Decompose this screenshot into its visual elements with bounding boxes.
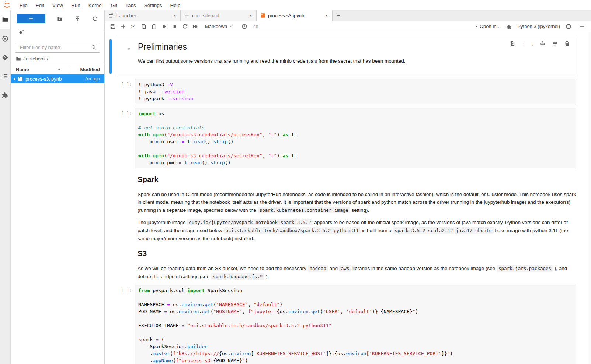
save-button[interactable] xyxy=(108,22,118,31)
inline-code: aws xyxy=(339,265,351,272)
insert-cell-above-button[interactable] xyxy=(540,41,546,46)
close-tab-icon[interactable]: × xyxy=(324,13,329,19)
git-icon xyxy=(2,54,8,61)
code-cell[interactable]: [ ]:from pyspark.sql import SparkSession… xyxy=(135,285,576,364)
upload-files-button[interactable] xyxy=(74,15,81,22)
markdown-cell-selected[interactable]: PreliminariesWe can first output some ve… xyxy=(117,38,576,75)
code-editor[interactable]: ! python3 -V! java --version! pyspark --… xyxy=(135,79,576,104)
refresh-file-list-button[interactable] xyxy=(92,15,98,22)
menu-tabs[interactable]: Tabs xyxy=(121,0,140,10)
cell-heading: Spark xyxy=(138,175,576,184)
sidebar-tab-extension-manager[interactable] xyxy=(0,85,10,104)
open-file-dot xyxy=(14,78,15,80)
stop-icon xyxy=(172,24,178,29)
ffwd-icon xyxy=(192,24,198,29)
sidebar-tab-file-browser[interactable] xyxy=(0,10,10,29)
run-cell-button[interactable] xyxy=(159,22,170,31)
menu-settings[interactable]: Settings xyxy=(140,0,166,10)
debugger-button[interactable] xyxy=(504,22,514,31)
filter-files-input[interactable] xyxy=(19,44,91,50)
file-row[interactable]: process-s3.ipynb7m ago xyxy=(11,74,104,83)
cell-paragraph: As we will be reading data from an S3 bu… xyxy=(138,265,576,280)
execution-prompt: [ ]: xyxy=(112,81,132,87)
insert-cell-below-button[interactable] xyxy=(552,41,558,46)
move-cell-down-button[interactable]: ↓ xyxy=(531,41,534,46)
menu-kernel[interactable]: Kernel xyxy=(84,0,107,10)
paste-cells-button[interactable] xyxy=(149,22,159,31)
new-tab-button[interactable] xyxy=(333,10,344,21)
markdown-cell[interactable]: SparkSpark can be used in Client mode (r… xyxy=(138,175,576,243)
file-name: process-s3.ipynb xyxy=(25,76,62,82)
file-browser-toolbar xyxy=(11,10,104,23)
column-modified[interactable]: Modified xyxy=(80,67,100,72)
inline-code: spark.hadoopo.fs.* xyxy=(211,273,264,280)
save-icon xyxy=(110,24,116,29)
cell-paragraph: Spark can be used in Client mode (recomm… xyxy=(138,190,576,214)
toc-icon xyxy=(2,73,8,80)
kernel-name[interactable]: Python 3 (ipykernel) xyxy=(517,24,560,29)
toolbar-more-button[interactable] xyxy=(577,22,587,31)
inline-code: spark.kubernetes.container.image xyxy=(258,207,350,213)
tab-core-site-xml[interactable]: core-site.xml× xyxy=(181,10,257,21)
plus-icon xyxy=(336,13,341,18)
new-launcher-button[interactable] xyxy=(17,14,45,23)
cut-cells-button[interactable]: ✂ xyxy=(128,22,139,31)
menu-edit[interactable]: Edit xyxy=(32,0,48,10)
add-cell-button[interactable] xyxy=(118,22,128,31)
add-icon xyxy=(120,24,126,29)
menu-file[interactable]: File xyxy=(15,0,32,10)
menu-help[interactable]: Help xyxy=(166,0,184,10)
filter-files-box xyxy=(15,42,100,53)
delete-cell-button[interactable] xyxy=(564,41,570,46)
cell-paragraph: The jupyterhub image quay.io/jupyter/pys… xyxy=(138,218,576,242)
paste-icon xyxy=(151,24,157,29)
code-cell[interactable]: [ ]:! python3 -V! java --version! pyspar… xyxy=(135,79,576,104)
new-folder-button[interactable] xyxy=(56,15,63,22)
plus-icon xyxy=(28,16,34,21)
breadcrumb-path: / notebook / xyxy=(23,56,48,62)
open-in-dropdown[interactable]: Open in... xyxy=(475,24,500,29)
restart-kernel-button[interactable] xyxy=(180,22,190,31)
execution-prompt: [ ]: xyxy=(112,111,132,116)
column-name[interactable]: Name xyxy=(16,67,29,72)
sidebar-tab-running-terminals-and-kernels[interactable] xyxy=(0,29,10,48)
menu-git[interactable]: Git xyxy=(107,0,121,10)
restart-icon xyxy=(182,24,188,29)
collapse-heading-icon[interactable] xyxy=(127,46,131,52)
activity-bar xyxy=(0,10,11,364)
duplicate-cell-button[interactable] xyxy=(510,41,515,46)
jupyterhub-logo-icon xyxy=(3,1,11,9)
interrupt-kernel-button[interactable] xyxy=(170,22,180,31)
close-tab-icon[interactable]: × xyxy=(248,13,253,19)
tab-process-s3-ipynb[interactable]: process-s3.ipynb× xyxy=(257,10,333,21)
notebook-scrollbar[interactable] xyxy=(588,32,591,364)
open-in-label: Open in... xyxy=(480,24,500,29)
sidebar-tab-git[interactable] xyxy=(0,48,10,67)
cell-type-dropdown[interactable]: Markdown xyxy=(205,24,233,29)
git-clone-button[interactable] xyxy=(18,29,25,36)
copy-cells-button[interactable] xyxy=(139,22,149,31)
notebook-file-icon xyxy=(18,76,23,81)
code-editor[interactable]: import os # get minio credentialswith op… xyxy=(135,108,576,168)
code-cell[interactable]: [ ]:import os # get minio credentialswit… xyxy=(135,108,576,168)
execution-time-button[interactable] xyxy=(239,22,250,31)
code-editor[interactable]: from pyspark.sql import SparkSession NAM… xyxy=(135,285,576,364)
notebook-toolbar: ✂ Markdown git Open in... Python 3 (ipyk… xyxy=(105,21,591,32)
notebook-area: PreliminariesWe can first output some ve… xyxy=(105,32,591,364)
file-list: process-s3.ipynb7m ago xyxy=(11,74,104,83)
markdown-cell[interactable]: S3As we will be reading data from an S3 … xyxy=(138,249,576,280)
menu-run[interactable]: Run xyxy=(67,0,84,10)
menu-view[interactable]: View xyxy=(48,0,67,10)
tab-launcher[interactable]: Launcher× xyxy=(105,10,181,21)
close-tab-icon[interactable]: × xyxy=(172,13,177,19)
search-icon xyxy=(91,45,97,50)
breadcrumb[interactable]: / notebook / xyxy=(11,53,104,64)
inline-code: hadoop xyxy=(308,265,328,272)
folder-icon xyxy=(2,16,8,23)
git-toolbar-button[interactable]: git xyxy=(253,24,258,29)
inline-code: quay.io/jupyter/pyspark-notebook:spark-3… xyxy=(187,219,313,225)
restart-run-all-button[interactable] xyxy=(190,22,201,31)
tab-bar: Launcher×core-site.xml×process-s3.ipynb× xyxy=(105,10,591,21)
sidebar-tab-table-of-contents[interactable] xyxy=(0,67,10,85)
copy-icon xyxy=(141,24,147,29)
